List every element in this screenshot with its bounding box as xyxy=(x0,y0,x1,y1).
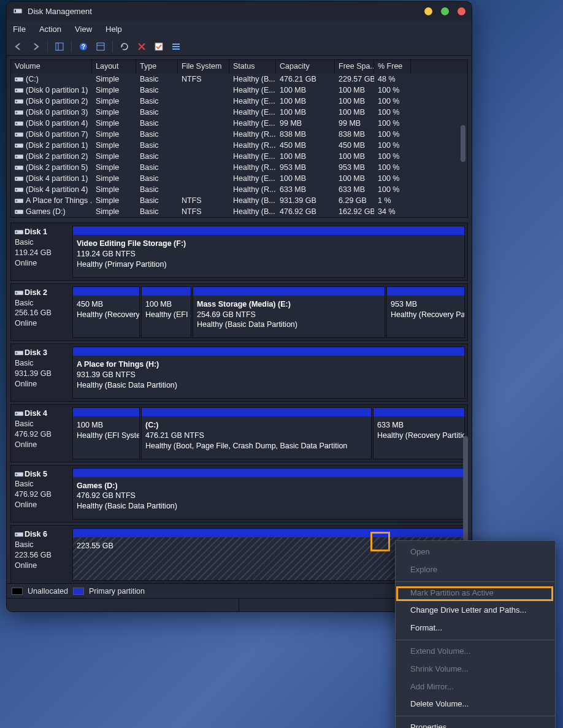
partition[interactable]: Mass Storage (Media) (E:)254.69 GB NTFSH… xyxy=(193,286,385,339)
disk-info[interactable]: Disk 2Basic256.16 GBOnline xyxy=(11,284,72,341)
check-button[interactable] xyxy=(152,40,166,53)
disk-row[interactable]: Disk 4Basic476.92 GBOnline100 MBHealthy … xyxy=(10,404,468,462)
disk-row[interactable]: Disk 1Basic119.24 GBOnlineVideo Editing … xyxy=(10,223,468,281)
context-item-shrink-volume: Shrink Volume... xyxy=(396,661,555,678)
partition[interactable]: Games (D:)476.92 GB NTFSHealthy (Basic D… xyxy=(72,468,465,520)
partition[interactable]: 633 MBHealthy (Recovery Partition xyxy=(373,407,465,459)
disk-info[interactable]: Disk 1Basic119.24 GBOnline xyxy=(11,223,72,280)
svg-rect-10 xyxy=(172,46,180,47)
partition[interactable]: (C:)476.21 GB NTFSHealthy (Boot, Page Fi… xyxy=(141,407,372,459)
disk-row[interactable]: Disk 3Basic931.39 GBOnlineA Place for Th… xyxy=(10,343,468,402)
maximize-button[interactable] xyxy=(441,7,449,15)
disk-info[interactable]: Disk 6Basic223.56 GBOnline xyxy=(11,526,72,583)
volume-row[interactable]: A Place for Things ...SimpleBasicNTFSHea… xyxy=(11,195,467,206)
disk-info[interactable]: Disk 5Basic476.92 GBOnline xyxy=(11,466,72,523)
properties-button[interactable] xyxy=(94,40,107,53)
disk-row[interactable]: Disk 5Basic476.92 GBOnlineGames (D:)476.… xyxy=(10,465,468,523)
svg-rect-11 xyxy=(172,48,180,50)
drive-icon xyxy=(15,131,23,137)
volume-row[interactable]: (Disk 0 partition 4)SimpleBasicHealthy (… xyxy=(11,118,467,129)
col-filesystem[interactable]: File System xyxy=(178,60,229,74)
toolbar: ? xyxy=(7,37,472,56)
menubar: File Action View Help xyxy=(7,20,472,37)
forward-button[interactable] xyxy=(29,40,42,53)
back-button[interactable] xyxy=(12,40,25,53)
volume-row[interactable]: (Disk 0 partition 2)SimpleBasicHealthy (… xyxy=(11,96,467,107)
svg-text:?: ? xyxy=(82,44,85,50)
context-item-extend-volume: Extend Volume... xyxy=(396,643,555,661)
volume-row[interactable]: Games (D:)SimpleBasicNTFSHealthy (B...47… xyxy=(11,206,467,217)
help-button[interactable]: ? xyxy=(77,40,90,53)
volume-row[interactable]: (C:)SimpleBasicNTFSHealthy (B...476.21 G… xyxy=(11,74,467,85)
partition[interactable]: A Place for Things (H:)931.39 GB NTFSHea… xyxy=(72,347,465,399)
partition[interactable]: 100 MBHealthy (EFI Syster xyxy=(72,407,140,459)
titlebar[interactable]: Disk Management xyxy=(7,2,472,20)
menu-help[interactable]: Help xyxy=(105,25,122,34)
disk-info[interactable]: Disk 4Basic476.92 GBOnline xyxy=(11,405,72,462)
partition[interactable]: 953 MBHealthy (Recovery Par xyxy=(386,286,465,339)
svg-point-23 xyxy=(16,134,17,135)
context-item-open: Open xyxy=(396,543,555,561)
col-status[interactable]: Status xyxy=(229,60,276,74)
menu-action[interactable]: Action xyxy=(39,25,61,34)
disk-row[interactable]: Disk 2Basic256.16 GBOnline450 MBHealthy … xyxy=(10,283,468,342)
disk-info[interactable]: Disk 3Basic931.39 GBOnline xyxy=(11,344,72,401)
drive-icon xyxy=(15,186,23,192)
scrollbar-thumb[interactable] xyxy=(461,125,465,162)
svg-point-25 xyxy=(16,145,17,146)
legend-swatch-primary xyxy=(73,588,84,595)
col-type[interactable]: Type xyxy=(136,60,178,74)
drive-icon xyxy=(15,109,23,115)
col-pctfree[interactable]: % Free xyxy=(374,60,411,74)
partition-bar xyxy=(142,287,191,296)
svg-point-15 xyxy=(16,90,17,91)
volume-row[interactable]: (Disk 2 partition 2)SimpleBasicHealthy (… xyxy=(11,151,467,162)
disk-management-window: Disk Management File Action View Help ? … xyxy=(6,1,472,612)
legend-label-primary: Primary partition xyxy=(89,587,145,596)
volume-row[interactable]: (Disk 4 partition 4)SimpleBasicHealthy (… xyxy=(11,184,467,195)
partition[interactable]: 100 MBHealthy (EFI S xyxy=(141,286,191,339)
svg-point-39 xyxy=(16,231,17,232)
col-freespace[interactable]: Free Spa... xyxy=(335,60,374,74)
drive-icon xyxy=(15,98,23,104)
svg-point-41 xyxy=(16,292,17,293)
partition-bar xyxy=(73,529,464,537)
list-button[interactable] xyxy=(169,40,183,53)
delete-button[interactable] xyxy=(135,40,148,53)
volume-row[interactable]: (Disk 0 partition 1)SimpleBasicHealthy (… xyxy=(11,85,467,96)
col-volume[interactable]: Volume xyxy=(11,60,92,74)
disk-icon xyxy=(15,288,23,294)
svg-point-45 xyxy=(16,413,17,414)
partition[interactable]: Video Editing File Storage (F:)119.24 GB… xyxy=(72,226,465,278)
volume-row[interactable]: (Disk 2 partition 1)SimpleBasicHealthy (… xyxy=(11,140,467,151)
context-item-change-drive-letter-and-paths[interactable]: Change Drive Letter and Paths... xyxy=(396,602,555,619)
volume-row[interactable]: (Disk 0 partition 7)SimpleBasicHealthy (… xyxy=(11,129,467,140)
volume-row[interactable]: (Disk 2 partition 5)SimpleBasicHealthy (… xyxy=(11,162,467,173)
svg-rect-1 xyxy=(15,10,16,12)
volume-row[interactable]: (Disk 0 partition 3)SimpleBasicHealthy (… xyxy=(11,107,467,118)
show-hide-console-tree-button[interactable] xyxy=(53,40,66,53)
volume-table-body[interactable]: (C:)SimpleBasicNTFSHealthy (B...476.21 G… xyxy=(11,74,467,217)
minimize-button[interactable] xyxy=(424,7,432,15)
disk-graphical-view[interactable]: Disk 1Basic119.24 GBOnlineVideo Editing … xyxy=(7,221,472,583)
svg-point-17 xyxy=(16,101,17,102)
drive-icon xyxy=(15,153,23,159)
menu-view[interactable]: View xyxy=(75,25,92,34)
refresh-button[interactable] xyxy=(118,40,131,53)
partition-bar xyxy=(387,287,464,296)
context-item-properties[interactable]: Properties xyxy=(396,719,555,728)
context-item-delete-volume[interactable]: Delete Volume... xyxy=(396,695,555,713)
drive-icon xyxy=(15,197,23,203)
partition[interactable]: 450 MBHealthy (Recovery xyxy=(72,286,140,339)
context-item-format[interactable]: Format... xyxy=(396,619,555,637)
svg-point-37 xyxy=(16,211,17,212)
col-capacity[interactable]: Capacity xyxy=(276,60,335,74)
close-button[interactable] xyxy=(458,7,465,15)
legend-swatch-unallocated xyxy=(12,588,23,595)
drive-icon xyxy=(15,75,23,82)
volume-row[interactable]: (Disk 4 partition 1)SimpleBasicHealthy (… xyxy=(11,173,467,184)
svg-point-49 xyxy=(16,534,17,535)
menu-file[interactable]: File xyxy=(13,25,26,34)
svg-rect-8 xyxy=(155,43,163,50)
col-layout[interactable]: Layout xyxy=(92,60,136,74)
